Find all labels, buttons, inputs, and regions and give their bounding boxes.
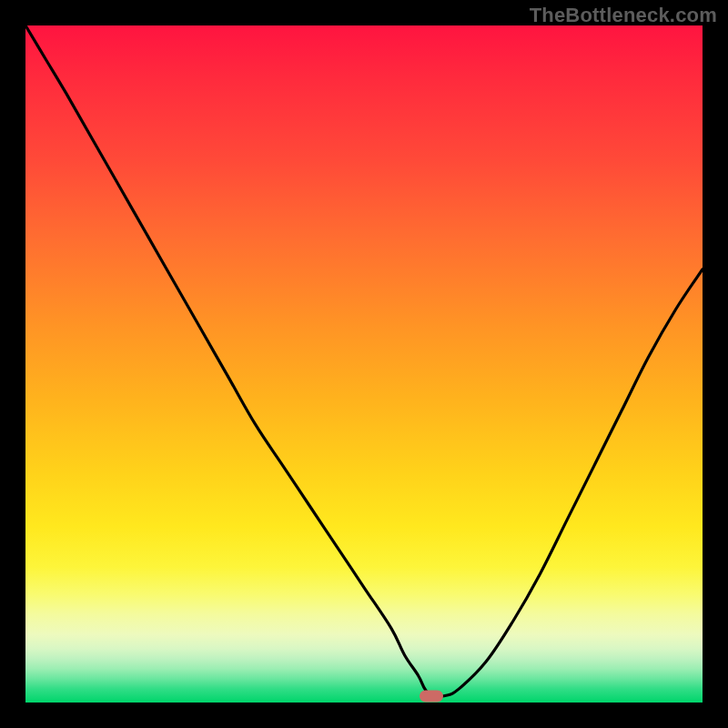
watermark-text: TheBottleneck.com	[530, 4, 717, 27]
curve-path	[25, 25, 703, 697]
bottleneck-curve	[25, 25, 703, 703]
plot-area	[25, 25, 703, 703]
optimum-marker	[420, 690, 443, 702]
chart-frame: TheBottleneck.com	[0, 0, 728, 728]
